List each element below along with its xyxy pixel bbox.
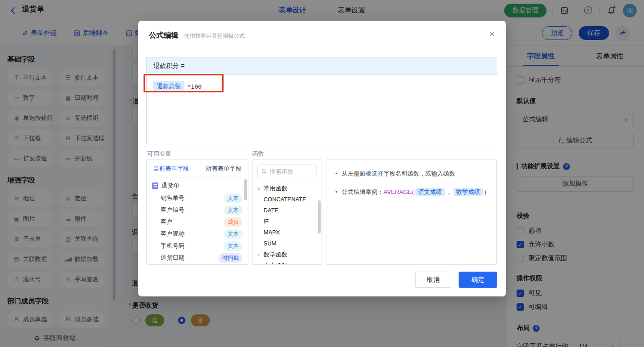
type-badge: 文本 <box>224 193 242 203</box>
variable-row[interactable]: 客户昵称文本 <box>147 228 248 240</box>
variables-label: 可用变量 <box>147 150 171 158</box>
tip-line-1: • 从左侧面板选择字段名和函数，或输入函数 <box>335 169 488 178</box>
caret-right-icon: › <box>256 252 261 257</box>
type-badge: 成员 <box>224 217 242 227</box>
variables-panel: 当前表单字段 所有表单字段 退货单 销售单号文本 客户编号文本 客户成员 客户昵… <box>146 159 248 265</box>
function-group-math[interactable]: › 数学函数 <box>253 249 322 260</box>
function-item[interactable]: SUM <box>253 238 322 249</box>
close-icon[interactable]: ✕ <box>489 30 495 39</box>
variable-row[interactable]: 退货日期时间戳 <box>147 252 248 264</box>
formula-edit-modal: 公式编辑 使用数学运算符编辑公式 ✕ 退款积分 = 退款总额 *100 可用变量… <box>138 21 506 296</box>
cancel-button[interactable]: 取消 <box>415 272 451 288</box>
search-icon <box>261 169 267 174</box>
formula-field-token[interactable]: 退款总额 <box>153 81 184 92</box>
caret-right-icon: › <box>256 263 261 265</box>
variables-scrollbar[interactable] <box>244 179 247 200</box>
modal-title: 公式编辑 <box>149 31 178 40</box>
function-item[interactable]: MAPX <box>253 227 322 238</box>
function-item[interactable]: IF <box>253 216 322 227</box>
form-doc-icon <box>152 182 158 189</box>
type-badge: 文本 <box>224 205 242 215</box>
function-search-input[interactable] <box>270 168 311 175</box>
form-tree-root[interactable]: 退货单 <box>147 179 248 192</box>
function-group-common[interactable]: ∨ 常用函数 <box>253 183 322 194</box>
functions-panel: ∨ 常用函数 CONCATENATE DATE IF MAPX SUM › 数学… <box>252 159 322 265</box>
formula-tips-panel: • 从左侧面板选择字段名和函数，或输入函数 • 公式编辑举例：AVERAGE(语… <box>327 159 497 265</box>
caret-down-icon: ∨ <box>256 186 261 192</box>
modal-subtitle: 使用数学运算符编辑公式 <box>184 32 245 40</box>
variable-row[interactable]: 客户编号文本 <box>147 204 248 216</box>
tab-all-form-fields[interactable]: 所有表单字段 <box>206 165 242 173</box>
function-search[interactable] <box>257 165 317 178</box>
example-token: 语文成绩 <box>415 188 445 196</box>
formula-target: 退款积分 = <box>147 57 497 75</box>
variable-row[interactable]: 客户成员 <box>147 216 248 228</box>
function-item[interactable]: CONCATENATE <box>253 194 322 205</box>
confirm-button[interactable]: 确定 <box>459 272 497 288</box>
function-item[interactable]: DATE <box>253 205 322 216</box>
formula-editor[interactable]: 退款积分 = 退款总额 *100 <box>146 57 497 144</box>
example-token: 数学成绩 <box>454 188 483 196</box>
variable-row-partial[interactable] <box>147 264 248 265</box>
variable-row[interactable]: 手机号码文本 <box>147 240 248 252</box>
functions-scrollbar[interactable] <box>318 200 321 233</box>
function-group-text[interactable]: › 文本函数 <box>253 260 322 265</box>
type-badge: 文本 <box>224 241 242 251</box>
type-badge: 文本 <box>224 229 242 239</box>
functions-label: 函数 <box>252 150 264 158</box>
formula-expression[interactable]: *100 <box>187 83 201 90</box>
variable-row[interactable]: 销售单号文本 <box>147 192 248 204</box>
tab-current-form-fields[interactable]: 当前表单字段 <box>153 165 189 173</box>
type-badge: 时间戳 <box>218 253 242 263</box>
tip-line-2: • 公式编辑举例：AVERAGE(语文成绩，数学成绩) <box>335 188 488 197</box>
